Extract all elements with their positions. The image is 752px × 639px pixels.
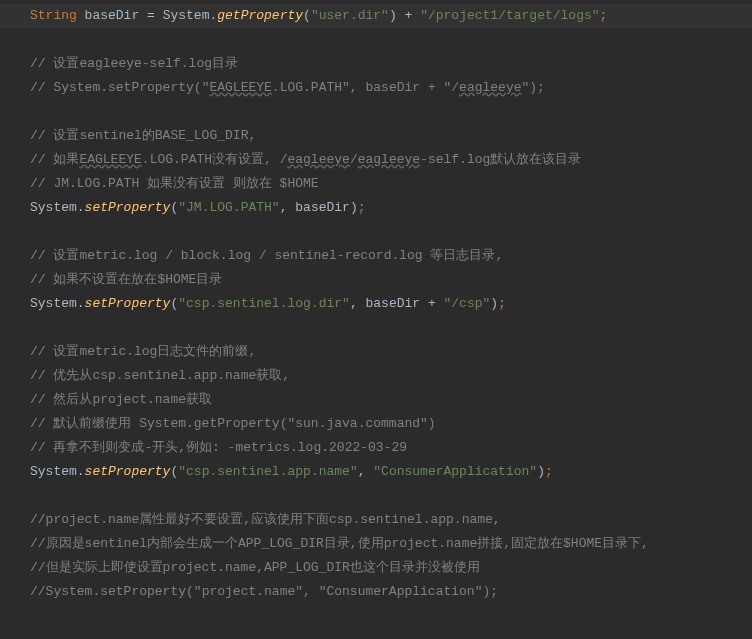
comma: , (358, 464, 374, 479)
code-line: System.setProperty("csp.sentinel.log.dir… (30, 292, 742, 316)
string-literal: "JM.LOG.PATH" (178, 200, 279, 215)
paren: ) (389, 8, 397, 23)
semicolon: ; (600, 8, 608, 23)
comment-line: // 优先从csp.sentinel.app.name获取, (30, 364, 742, 388)
comment-line: // 设置metric.log / block.log / sentinel-r… (30, 244, 742, 268)
variable: baseDir (77, 8, 147, 23)
keyword: String (30, 8, 77, 23)
blank-line (30, 100, 742, 124)
comment-line: // 设置metric.log日志文件的前缀, (30, 340, 742, 364)
string-literal: "user.dir" (311, 8, 389, 23)
paren: ( (303, 8, 311, 23)
code-line: System.setProperty("csp.sentinel.app.nam… (30, 460, 742, 484)
code-line: System.setProperty("JM.LOG.PATH", baseDi… (30, 196, 742, 220)
comment-line: // System.setProperty("EAGLEEYE.LOG.PATH… (30, 76, 742, 100)
variable: baseDir (295, 200, 350, 215)
method-call: setProperty (85, 296, 171, 311)
class-ref: System. (30, 200, 85, 215)
method-call: setProperty (85, 200, 171, 215)
string-literal: "csp.sentinel.log.dir" (178, 296, 350, 311)
comment-line: //project.name属性最好不要设置,应该使用下面csp.sentine… (30, 508, 742, 532)
string-literal: "/project1/target/logs" (420, 8, 599, 23)
semicolon: ; (498, 296, 506, 311)
operator: + (397, 8, 420, 23)
comment-line: // 设置sentinel的BASE_LOG_DIR, (30, 124, 742, 148)
comma: , (280, 200, 296, 215)
blank-line (30, 484, 742, 508)
blank-line (30, 316, 742, 340)
semicolon: ; (545, 464, 553, 479)
variable: baseDir (366, 296, 421, 311)
method-call: setProperty (85, 464, 171, 479)
comment-line: //System.setProperty("project.name", "Co… (30, 580, 742, 604)
semicolon: ; (358, 200, 366, 215)
paren: ) (537, 464, 545, 479)
comment-line: // 设置eagleeye-self.log目录 (30, 52, 742, 76)
operator: + (420, 296, 443, 311)
class-ref: System. (30, 464, 85, 479)
code-editor[interactable]: String baseDir = System.getProperty("use… (0, 0, 752, 608)
class-ref: System. (163, 8, 218, 23)
blank-line (30, 220, 742, 244)
comment-line: // 默认前缀使用 System.getProperty("sun.java.c… (30, 412, 742, 436)
operator: = (147, 8, 163, 23)
comment-line: // JM.LOG.PATH 如果没有设置 则放在 $HOME (30, 172, 742, 196)
string-literal: "ConsumerApplication" (373, 464, 537, 479)
class-ref: System. (30, 296, 85, 311)
blank-line (30, 28, 742, 52)
code-line: String baseDir = System.getProperty("use… (0, 4, 752, 28)
string-literal: "/csp" (444, 296, 491, 311)
comment-line: // 然后从project.name获取 (30, 388, 742, 412)
comment-line: // 如果不设置在放在$HOME目录 (30, 268, 742, 292)
comment-line: // 如果EAGLEEYE.LOG.PATH没有设置, /eagleeye/ea… (30, 148, 742, 172)
comma: , (350, 296, 366, 311)
paren: ) (490, 296, 498, 311)
paren: ) (350, 200, 358, 215)
comment-line: // 再拿不到则变成-开头,例如: -metrics.log.2022-03-2… (30, 436, 742, 460)
method-call: getProperty (217, 8, 303, 23)
string-literal: "csp.sentinel.app.name" (178, 464, 357, 479)
comment-line: //但是实际上即使设置project.name,APP_LOG_DIR也这个目录… (30, 556, 742, 580)
comment-line: //原因是sentinel内部会生成一个APP_LOG_DIR目录,使用proj… (30, 532, 742, 556)
